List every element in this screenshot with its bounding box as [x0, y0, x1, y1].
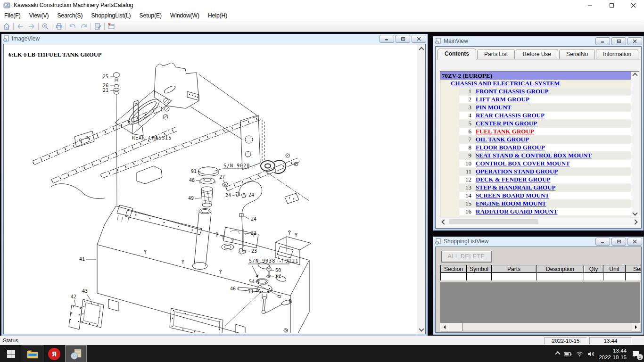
imageview-vertical-scrollbar[interactable]: [417, 44, 425, 334]
contents-link[interactable]: ENGINE ROOM MOUNT: [476, 200, 546, 207]
scroll-right-icon[interactable]: [632, 323, 640, 331]
tab-parts-list[interactable]: Parts List: [477, 49, 515, 59]
taskbar-file-explorer[interactable]: [22, 345, 43, 362]
part-label-41[interactable]: 41: [79, 256, 85, 262]
mainview-close-button[interactable]: [627, 37, 642, 45]
taskbar-yandex-browser[interactable]: Я: [43, 345, 65, 362]
scroll-right-icon[interactable]: [631, 218, 639, 226]
shopping-list-horizontal-scrollbar[interactable]: [440, 323, 640, 330]
start-button[interactable]: [0, 345, 22, 362]
contents-link[interactable]: OIL TANK GROUP: [476, 136, 529, 143]
menu-item-file[interactable]: File(F): [0, 10, 25, 21]
undo-icon[interactable]: [67, 22, 78, 31]
tab-contents[interactable]: Contents: [438, 49, 476, 59]
all-delete-button[interactable]: ALL DELETE: [441, 251, 492, 263]
contents-horizontal-scrollbar[interactable]: [440, 218, 639, 226]
zoom-icon[interactable]: [40, 22, 51, 31]
part-label-71[interactable]: 71: [248, 289, 254, 294]
battery-icon[interactable]: [564, 352, 572, 357]
shoppinglistview-minimize-button[interactable]: [595, 238, 610, 246]
forward-icon[interactable]: [26, 22, 37, 31]
menu-item-setup[interactable]: Setup(E): [135, 10, 166, 21]
part-label-49[interactable]: 49: [188, 196, 194, 201]
column-header-qty[interactable]: Qty: [584, 265, 603, 273]
contents-link[interactable]: SEAT STAND & CONTROL BOX MOUNT: [476, 152, 592, 159]
contents-link[interactable]: CENTER PIN GROUP: [476, 120, 537, 127]
contents-link[interactable]: PARTITION PLATE MOUNT: [476, 216, 556, 217]
column-header-section[interactable]: Section: [441, 265, 467, 273]
scrollbar-thumb[interactable]: [448, 323, 462, 331]
part-label-42[interactable]: 42: [71, 294, 76, 299]
mainview-minimize-button[interactable]: [595, 37, 610, 45]
part-label-25[interactable]: 25: [103, 74, 108, 79]
contents-link[interactable]: CHASSIS AND ELECTRICAL SYSTEM: [451, 80, 560, 87]
volume-icon[interactable]: [587, 351, 594, 357]
part-label-23[interactable]: 23: [251, 248, 257, 254]
back-icon[interactable]: [15, 22, 26, 31]
model-header[interactable]: 70ZV-2 (EUROPE): [440, 72, 631, 80]
part-label-24[interactable]: 24: [225, 193, 231, 198]
scroll-down-icon[interactable]: [631, 209, 639, 217]
tab-before-use[interactable]: Before Use: [516, 49, 558, 59]
tab-serialno[interactable]: SerialNo: [559, 49, 595, 59]
menu-item-help[interactable]: Help(H): [204, 10, 231, 21]
part-label-52[interactable]: 52: [275, 273, 281, 279]
column-header-parts[interactable]: Parts: [492, 265, 537, 273]
home-icon[interactable]: [1, 22, 12, 31]
part-label-91[interactable]: 91: [191, 169, 197, 174]
contents-link[interactable]: DECK & FENDER GROUP: [476, 176, 551, 183]
wifi-icon[interactable]: [576, 351, 583, 357]
taskbar-parts-catalog[interactable]: [65, 345, 87, 362]
part-label-46[interactable]: 46: [230, 286, 236, 291]
contents-link[interactable]: REAR CHASSIS GROUP: [476, 112, 545, 119]
menu-item-window[interactable]: Window(W): [166, 10, 204, 21]
scroll-up-icon[interactable]: [631, 72, 639, 79]
column-header-description[interactable]: Description: [537, 265, 584, 273]
redo-icon[interactable]: [78, 22, 90, 31]
action-center-icon[interactable]: 1: [631, 349, 641, 359]
mainview-restore-button[interactable]: [611, 37, 626, 45]
contents-link[interactable]: CONTROL BOX COVER MOUNT: [476, 160, 570, 167]
imageview-restore-button[interactable]: [396, 35, 410, 43]
menu-item-view[interactable]: View(V): [25, 10, 53, 21]
part-label-22[interactable]: 22: [251, 230, 256, 236]
part-label-43[interactable]: 43: [82, 288, 88, 294]
contents-link[interactable]: FUEL TANK GROUP: [476, 128, 534, 135]
column-header-unit[interactable]: Unit: [603, 265, 626, 273]
column-header-seria[interactable]: Seria: [626, 265, 641, 273]
part-label-48[interactable]: 48: [189, 178, 195, 183]
contents-link[interactable]: SCREEN BOARD MOUNT: [476, 192, 549, 199]
scroll-left-icon[interactable]: [440, 323, 449, 331]
print-icon[interactable]: [53, 22, 65, 31]
contents-link[interactable]: OPERATION STAND GROUP: [476, 168, 558, 175]
scrollbar-thumb[interactable]: [449, 219, 538, 224]
part-label-27[interactable]: 27: [219, 174, 225, 180]
contents-vertical-scrollbar[interactable]: [631, 72, 639, 217]
contents-link[interactable]: FRONT CHASSIS GROUP: [476, 88, 548, 95]
edit-icon[interactable]: [92, 22, 103, 31]
tab-information[interactable]: Information: [596, 49, 638, 59]
column-header-symbol[interactable]: Symbol: [467, 265, 492, 273]
close-window-icon[interactable]: [106, 22, 117, 31]
maximize-button[interactable]: [601, 0, 622, 10]
scroll-up-icon[interactable]: [417, 45, 425, 53]
minimize-button[interactable]: [579, 0, 601, 10]
shoppinglistview-close-button[interactable]: [627, 238, 642, 246]
part-label-54[interactable]: 54: [249, 279, 255, 284]
scroll-left-icon[interactable]: [440, 218, 448, 226]
menu-item-search[interactable]: Search(S): [53, 10, 87, 21]
shoppinglistview-restore-button[interactable]: [611, 238, 626, 246]
contents-link[interactable]: FLOOR BOARD GROUP: [476, 144, 545, 151]
menu-item-shoppinglist[interactable]: ShoppingList(L): [87, 10, 135, 21]
imageview-minimize-button[interactable]: [380, 35, 394, 43]
part-label-24[interactable]: 24: [251, 216, 256, 222]
part-label-21[interactable]: 21: [103, 88, 108, 93]
scroll-down-icon[interactable]: [417, 325, 425, 333]
close-button[interactable]: [622, 0, 644, 10]
imageview-canvas[interactable]: 6:LK-FLB-111FUEL TANK GROUP: [3, 44, 426, 334]
parts-diagram[interactable]: 6:LK-FLB-111FUEL TANK GROUP: [4, 44, 417, 333]
part-label-50[interactable]: 50: [275, 268, 281, 273]
taskbar-clock[interactable]: 13:44 2022-10-15: [599, 347, 627, 361]
contents-link[interactable]: RADIATOR GUARD MOUNT: [476, 208, 558, 215]
contents-link[interactable]: LIFT ARM GROUP: [476, 96, 529, 103]
